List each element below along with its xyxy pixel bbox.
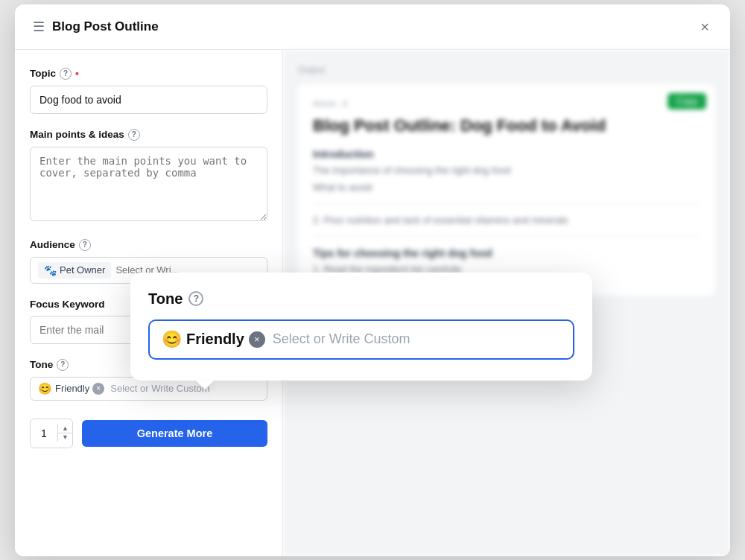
topic-field-group: Topic ? • [30, 68, 267, 114]
output-line-1: The importance of choosing the right dog… [313, 165, 700, 176]
modal-title: Blog Post Outline [52, 19, 159, 34]
main-points-field-group: Main points & ideas ? [30, 129, 267, 224]
tone-tag-label: Friendly [186, 331, 244, 348]
tone-select-box[interactable]: 😊 Friendly × Select or Write Custom [148, 319, 574, 360]
main-points-help-icon[interactable]: ? [128, 129, 140, 141]
modal-header: ☰ Blog Post Outline × [15, 4, 730, 50]
topic-help-icon[interactable]: ? [60, 68, 72, 80]
audience-chip-label: Pet Owner [60, 264, 105, 276]
output-card-label: Article - 0 [313, 99, 700, 108]
topic-required: • [75, 68, 79, 80]
topic-label: Topic ? • [30, 68, 267, 80]
topic-input[interactable] [30, 86, 267, 114]
tone-help-icon[interactable]: ? [57, 359, 69, 371]
modal: ☰ Blog Post Outline × Topic ? • Main poi… [15, 4, 730, 556]
audience-label: Audience ? [30, 239, 267, 251]
output-divider-2 [313, 236, 700, 237]
output-label: Output [298, 65, 715, 75]
tone-chip-small: 😊 Friendly × [38, 382, 104, 395]
tone-placeholder-small: Select or Write Custom [110, 383, 209, 394]
output-line-2: What to avoid [313, 182, 700, 193]
tone-remove-small[interactable]: × [92, 383, 104, 395]
audience-tag-chip: 🐾 Pet Owner [38, 262, 111, 279]
tone-popup-header: Tone ? [148, 290, 574, 308]
output-section-introduction: Introduction [313, 148, 700, 160]
stepper-input[interactable] [31, 427, 57, 439]
count-stepper[interactable]: ▲ ▼ [30, 419, 73, 448]
output-divider-1 [313, 203, 700, 204]
main-points-label: Main points & ideas ? [30, 129, 267, 141]
audience-chip-emoji: 🐾 [44, 264, 57, 276]
stepper-down[interactable]: ▼ [58, 433, 72, 442]
output-line-3: 2. Poor nutrition and lack of essential … [313, 214, 700, 226]
tone-tag-emoji: 😊 [162, 330, 182, 349]
list-icon: ☰ [33, 19, 45, 35]
tone-popup-help-icon[interactable]: ? [188, 291, 203, 306]
stepper-up[interactable]: ▲ [58, 424, 72, 433]
output-section-tips: Tips for choosing the right dog food [313, 247, 700, 259]
copy-button[interactable]: Copy [668, 93, 706, 109]
output-title: Blog Post Outline: Dog Food to Avoid [313, 115, 700, 137]
generate-button[interactable]: Generate More [82, 420, 267, 447]
main-points-input[interactable] [30, 147, 267, 221]
close-button[interactable]: × [697, 16, 712, 37]
tone-tag-large: 😊 Friendly × [162, 330, 265, 349]
tone-popup-title: Tone [148, 290, 183, 308]
modal-header-left: ☰ Blog Post Outline [33, 19, 159, 35]
output-card: Article - 0 Copy Blog Post Outline: Dog … [298, 84, 715, 296]
tone-chip-label-small: Friendly [55, 383, 89, 394]
tone-popup-placeholder: Select or Write Custom [273, 331, 561, 347]
bottom-actions: ▲ ▼ Generate More [30, 419, 267, 448]
tone-remove-large[interactable]: × [249, 331, 265, 348]
stepper-arrows: ▲ ▼ [57, 424, 72, 442]
audience-help-icon[interactable]: ? [79, 239, 91, 251]
tone-popup: Tone ? 😊 Friendly × Select or Write Cust… [130, 273, 592, 381]
tone-chip-emoji-small: 😊 [38, 382, 52, 395]
